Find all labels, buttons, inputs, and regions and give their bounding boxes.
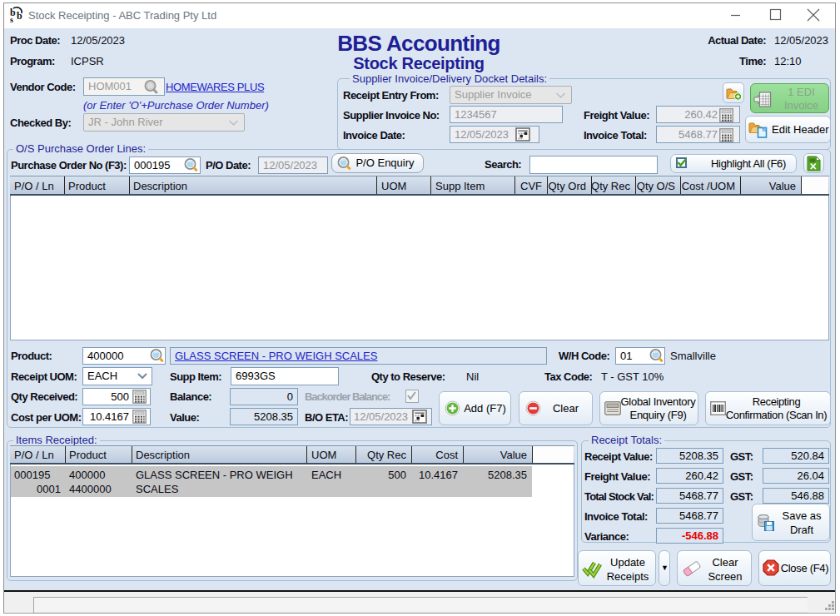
svg-text:s: s bbox=[10, 15, 13, 22]
svg-text:b: b bbox=[17, 10, 22, 22]
